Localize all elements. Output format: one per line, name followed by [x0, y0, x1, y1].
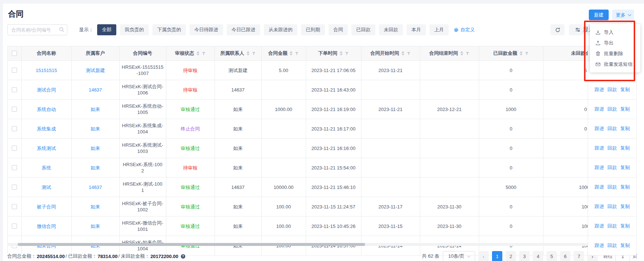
page-button-1[interactable]: 1 — [492, 251, 502, 261]
action-link-回款[interactable]: 回款 — [608, 242, 617, 249]
row-checkbox[interactable] — [12, 146, 17, 151]
sort-icon[interactable] — [247, 51, 250, 56]
action-link-跟进[interactable]: 跟进 — [595, 242, 604, 249]
more-button[interactable]: 更多 — [612, 10, 634, 20]
cell-customer-text[interactable]: 如来 — [91, 126, 100, 132]
filter-chip-从未跟进的[interactable]: 从未跟进的 — [264, 24, 297, 35]
filter-chip-本月[interactable]: 本月 — [407, 24, 426, 35]
page-size-select[interactable]: 10条/页 — [443, 251, 475, 261]
row-checkbox[interactable] — [12, 204, 17, 209]
action-link-复制[interactable]: 复制 — [620, 106, 630, 112]
action-link-跟进[interactable]: 跟进 — [595, 184, 604, 190]
refresh-button[interactable] — [551, 24, 565, 35]
page-button-5[interactable]: 5 — [546, 251, 557, 261]
cell-contract-name-text[interactable]: 系统自动 — [37, 107, 56, 112]
action-link-复制[interactable]: 复制 — [620, 125, 630, 132]
filter-funnel-icon[interactable] — [466, 51, 470, 56]
select-all-checkbox[interactable] — [12, 51, 17, 56]
filter-funnel-icon[interactable] — [252, 51, 256, 56]
menu-item-批量删除[interactable]: 批量删除 — [590, 48, 640, 59]
action-link-跟进[interactable]: 跟进 — [595, 106, 604, 112]
cell-contract-name-text[interactable]: 测试 — [42, 185, 51, 190]
cell-contract-name-text[interactable]: 系统集成 — [37, 126, 56, 132]
filter-chip-我负责的[interactable]: 我负责的 — [120, 24, 149, 35]
sort-icon[interactable] — [401, 51, 404, 56]
filter-chip-上月[interactable]: 上月 — [429, 24, 449, 35]
action-link-回款[interactable]: 回款 — [608, 86, 617, 93]
filter-chip-已回款[interactable]: 已回款 — [351, 24, 375, 35]
action-link-复制[interactable]: 复制 — [620, 242, 630, 249]
action-link-复制[interactable]: 复制 — [620, 203, 630, 210]
filter-funnel-icon[interactable] — [202, 51, 206, 56]
filter-funnel-icon[interactable] — [295, 51, 299, 56]
action-link-跟进[interactable]: 跟进 — [595, 223, 604, 229]
action-link-回款[interactable]: 回款 — [608, 203, 617, 210]
action-link-回款[interactable]: 回款 — [608, 184, 617, 190]
action-link-复制[interactable]: 复制 — [620, 223, 630, 229]
filter-funnel-icon[interactable] — [345, 51, 349, 56]
filter-funnel-icon[interactable] — [525, 51, 529, 56]
cell-contract-name-text[interactable]: 测试合同 — [37, 87, 56, 93]
sort-icon[interactable] — [197, 51, 199, 56]
action-link-回款[interactable]: 回款 — [608, 223, 617, 229]
horizontal-scrollbar-thumb[interactable] — [18, 243, 365, 246]
row-checkbox[interactable] — [12, 224, 17, 229]
action-link-回款[interactable]: 回款 — [608, 125, 617, 132]
page-button-4[interactable]: 4 — [533, 251, 543, 261]
sort-icon[interactable] — [340, 51, 343, 56]
page-button-2[interactable]: 2 — [506, 251, 516, 261]
cell-customer-text[interactable]: 如来 — [91, 204, 100, 210]
new-contract-button[interactable]: 新建 — [589, 10, 609, 20]
cell-customer-text[interactable]: 如来 — [91, 146, 100, 151]
action-link-跟进[interactable]: 跟进 — [595, 164, 604, 171]
sort-icon[interactable] — [290, 51, 293, 56]
cell-contract-name-text[interactable]: 系统 — [42, 165, 51, 171]
filter-chip-合同[interactable]: 合同 — [329, 24, 348, 35]
filter-chip-未回款[interactable]: 未回款 — [379, 24, 403, 35]
sort-icon[interactable] — [460, 51, 463, 56]
cell-customer-text[interactable]: 14637 — [89, 185, 102, 190]
cell-customer-text[interactable]: 如来 — [91, 224, 100, 229]
menu-item-导出[interactable]: 导出 — [590, 37, 640, 48]
filter-funnel-icon[interactable] — [407, 51, 411, 56]
customize-filter-button[interactable]: 自定义 — [454, 26, 475, 33]
action-link-跟进[interactable]: 跟进 — [595, 86, 604, 93]
action-link-跟进[interactable]: 跟进 — [595, 203, 604, 210]
action-link-复制[interactable]: 复制 — [620, 145, 630, 151]
row-checkbox[interactable] — [12, 87, 17, 92]
action-link-回款[interactable]: 回款 — [608, 145, 617, 151]
menu-item-导入[interactable]: 导入 — [590, 27, 640, 37]
cell-contract-name-text[interactable]: 微信合同 — [37, 224, 56, 229]
page-button-7[interactable]: 7 — [574, 251, 584, 261]
filter-chip-下属负责的[interactable]: 下属负责的 — [152, 24, 186, 35]
search-input[interactable] — [7, 24, 67, 35]
action-link-复制[interactable]: 复制 — [620, 164, 630, 171]
menu-item-批量发送短信[interactable]: 批量发送短信 — [590, 59, 640, 69]
filter-chip-已到期[interactable]: 已到期 — [301, 24, 325, 35]
cell-contract-name-text[interactable]: 系统测试 — [37, 146, 56, 151]
action-link-回款[interactable]: 回款 — [608, 106, 617, 112]
cell-contract-name-text[interactable]: 被子合同 — [37, 204, 56, 210]
cell-customer-text[interactable]: 14637 — [89, 87, 102, 93]
filter-chip-今日已跟进[interactable]: 今日已跟进 — [227, 24, 260, 35]
page-button-6[interactable]: 6 — [560, 251, 570, 261]
cell-customer-text[interactable]: 测试新建 — [86, 68, 105, 73]
action-link-跟进[interactable]: 跟进 — [595, 145, 604, 151]
filter-chip-今日待跟进[interactable]: 今日待跟进 — [190, 24, 223, 35]
sort-icon[interactable] — [520, 51, 523, 56]
prev-page-button[interactable]: ‹ — [478, 251, 489, 261]
action-link-回款[interactable]: 回款 — [608, 164, 617, 171]
cell-customer-text[interactable]: 如来 — [91, 165, 100, 171]
horizontal-scrollbar-track[interactable] — [7, 243, 637, 246]
action-link-复制[interactable]: 复制 — [620, 86, 630, 93]
cell-customer-text[interactable]: 如来 — [91, 107, 100, 112]
row-checkbox[interactable] — [12, 126, 17, 131]
row-checkbox[interactable] — [12, 185, 17, 190]
cell-contract-name-text[interactable]: 15151515 — [36, 68, 57, 73]
row-checkbox[interactable] — [12, 165, 17, 170]
page-button-3[interactable]: 3 — [519, 251, 530, 261]
action-link-复制[interactable]: 复制 — [620, 184, 630, 190]
row-checkbox[interactable] — [12, 68, 17, 73]
help-question-icon[interactable]: ? — [181, 254, 185, 259]
filter-chip-全部[interactable]: 全部 — [97, 24, 116, 35]
